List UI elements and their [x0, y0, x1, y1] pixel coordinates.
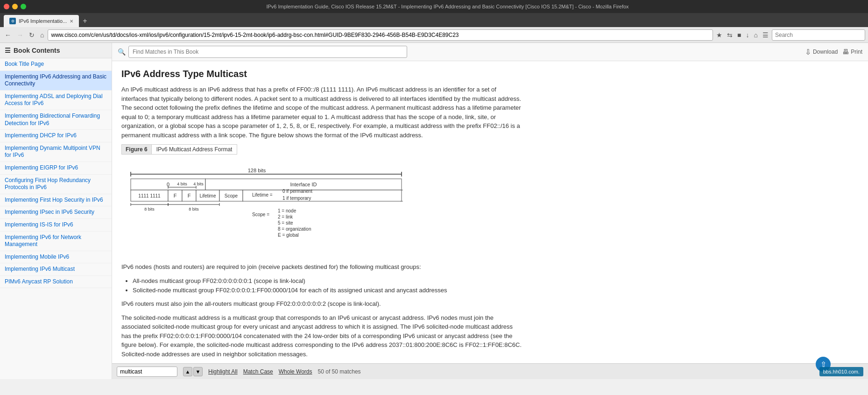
window-controls[interactable]: [4, 4, 26, 9]
article-paragraph-1: An IPv6 multicast address is an IPv6 add…: [121, 85, 523, 140]
home-nav-icon[interactable]: ⌂: [753, 30, 759, 40]
bullet-2: Solicited-node multicast group FF02:0:0:…: [133, 286, 523, 296]
svg-text:8 = organization: 8 = organization: [278, 226, 311, 232]
sidebar-item-pimv6[interactable]: PIMv6 Anycast RP Solution: [0, 276, 112, 289]
sidebar-item-dynamic-multipoint[interactable]: Implementing Dynamic Multipoint VPN for …: [0, 142, 112, 162]
diagram-svg: 128 bits 0 Interface ID 1111 1111: [126, 165, 406, 254]
sidebar-item-first-hop-security[interactable]: Implementing First Hop Security in IPv6: [0, 194, 112, 207]
forward-button[interactable]: →: [15, 30, 25, 40]
svg-text:Lifetime: Lifetime: [199, 193, 216, 198]
content-toolbar: 🔍 ⇩ Download 🖶 Print: [112, 43, 868, 61]
svg-text:1 if temporary: 1 if temporary: [282, 196, 311, 201]
findbar-next-button[interactable]: ▼: [193, 367, 203, 376]
svg-text:Scope: Scope: [225, 193, 238, 198]
sidebar-item-multicast[interactable]: Implementing IPv6 Multicast: [0, 263, 112, 276]
sidebar-header: ☰ Book Contents: [0, 43, 112, 58]
findbar: ▲ ▼ Highlight All Match Case Whole Words…: [112, 363, 868, 379]
download-icon: ⇩: [805, 48, 811, 56]
print-button[interactable]: 🖶 Print: [842, 48, 862, 56]
hamburger-icon: ☰: [5, 47, 11, 54]
reload-button[interactable]: ↻: [27, 30, 36, 40]
article-paragraph-4: The solicited-node multicast address is …: [121, 313, 523, 359]
url-input[interactable]: [48, 29, 713, 41]
svg-text:Lifetime =: Lifetime =: [252, 192, 273, 198]
titlebar: IPv6 Implementation Guide, Cisco IOS Rel…: [0, 0, 868, 13]
tab-close-button[interactable]: ✕: [70, 19, 73, 24]
addressbar: ← → ↻ ⌂ ★ ⇆ ■ ↓ ⌂ ☰: [0, 27, 868, 43]
svg-text:1111 1111: 1111 1111: [138, 193, 161, 198]
highlight-all-option[interactable]: Highlight All: [208, 368, 238, 375]
window-title: IPv6 Implementation Guide, Cisco IOS Rel…: [31, 4, 864, 9]
sidebar: ☰ Book Contents Book Title Page Implemen…: [0, 43, 112, 379]
findbar-count: 50 of 50 matches: [318, 368, 361, 375]
menu-icon[interactable]: ☰: [761, 30, 770, 40]
svg-text:Interface ID: Interface ID: [290, 182, 317, 187]
article: IPv6 Address Type Multicast An IPv6 mult…: [112, 61, 532, 363]
minimize-button[interactable]: [12, 4, 18, 9]
home-button[interactable]: ⌂: [38, 30, 46, 40]
tab-active[interactable]: ⚙ IPv6 Implementatio... ✕: [4, 15, 79, 27]
sidebar-item-ipv6-addressing[interactable]: Implementing IPv6 Addressing and Basic C…: [0, 71, 112, 91]
svg-text:E = global: E = global: [278, 233, 299, 238]
toolbar-actions: ⇩ Download 🖶 Print: [805, 48, 862, 56]
main-layout: ☰ Book Contents Book Title Page Implemen…: [0, 43, 868, 379]
sidebar-item-first-hop-redundancy[interactable]: Configuring First Hop Redundancy Protoco…: [0, 175, 112, 194]
match-case-option[interactable]: Match Case: [243, 368, 273, 375]
print-icon: 🖶: [842, 48, 849, 56]
ipv6-diagram: 128 bits 0 Interface ID 1111 1111: [126, 165, 523, 255]
right-panel: 🔍 ⇩ Download 🖶 Print IPv6 Address Type M…: [112, 43, 868, 379]
sidebar-item-adsl[interactable]: Implementing ADSL and Deploying Dial Acc…: [0, 91, 112, 110]
whole-words-option[interactable]: Whole Words: [279, 368, 312, 375]
findbar-prev-button[interactable]: ▲: [183, 367, 192, 376]
shield-icon[interactable]: ■: [736, 30, 742, 40]
figure-6-label: Figure 6: [122, 145, 152, 154]
search-book-input[interactable]: [128, 46, 407, 58]
svg-text:4 bits: 4 bits: [177, 182, 187, 186]
svg-text:8 bits: 8 bits: [144, 207, 155, 212]
findbar-input[interactable]: [117, 367, 177, 377]
svg-text:0 if permanent: 0 if permanent: [282, 189, 312, 194]
tabbar: ⚙ IPv6 Implementatio... ✕ +: [0, 13, 868, 27]
tab-label: IPv6 Implementatio...: [19, 18, 67, 24]
new-tab-button[interactable]: +: [79, 15, 91, 27]
search-book-area: 🔍: [118, 46, 407, 58]
svg-text:5 = site: 5 = site: [278, 220, 293, 226]
watermark: bbs.hh010.com.: [819, 367, 863, 376]
bullet-1: All-nodes multicast group FF02:0:0:0:0:0…: [133, 276, 523, 286]
close-button[interactable]: [4, 4, 9, 9]
svg-text:2 = link: 2 = link: [278, 214, 293, 219]
back-button[interactable]: ←: [3, 30, 13, 40]
sidebar-item-eigrp[interactable]: Implementing EIGRP for IPv6: [0, 162, 112, 175]
sidebar-item-mobile[interactable]: Implementing Mobile IPv6: [0, 251, 112, 264]
search-icon: 🔍: [118, 48, 126, 56]
findbar-nav: ▲ ▼: [183, 367, 203, 376]
sidebar-item-network-management[interactable]: Implementing IPv6 for Network Management: [0, 232, 112, 251]
sidebar-item-dhcp[interactable]: Implementing DHCP for IPv6: [0, 130, 112, 142]
browser-search-input[interactable]: [772, 29, 865, 41]
maximize-button[interactable]: [21, 4, 26, 9]
address-icons: ★ ⇆ ■ ↓ ⌂ ☰: [715, 30, 770, 40]
tab-favicon: ⚙: [9, 18, 16, 24]
download-nav-icon[interactable]: ↓: [745, 30, 751, 40]
content-area: IPv6 Address Type Multicast An IPv6 mult…: [112, 61, 868, 363]
figure-6-title: IPv6 Multicast Address Format: [152, 145, 237, 154]
sidebar-title: Book Contents: [14, 47, 60, 54]
sidebar-item-isis[interactable]: Implementing IS-IS for IPv6: [0, 219, 112, 232]
svg-text:1 = node: 1 = node: [278, 208, 296, 213]
svg-text:F: F: [174, 193, 177, 198]
svg-text:8 bits: 8 bits: [189, 207, 199, 212]
svg-text:128 bits: 128 bits: [248, 168, 266, 173]
sidebar-item-bfd[interactable]: Implementing Bidirectional Forwarding De…: [0, 110, 112, 130]
svg-text:F: F: [188, 193, 191, 198]
bookmark-icon[interactable]: ★: [715, 30, 724, 40]
sidebar-item-ipsec[interactable]: Implementing IPsec in IPv6 Security: [0, 206, 112, 219]
svg-text:4 bits: 4 bits: [193, 182, 204, 186]
article-paragraph-2: IPv6 nodes (hosts and routers) are requi…: [121, 262, 523, 272]
download-button[interactable]: ⇩ Download: [805, 48, 838, 56]
sidebar-item-book-title[interactable]: Book Title Page: [0, 58, 112, 71]
figure-6-box: Figure 6 IPv6 Multicast Address Format: [121, 144, 237, 155]
sync-icon[interactable]: ⇆: [726, 30, 734, 40]
svg-text:Scope =: Scope =: [252, 212, 269, 217]
article-title: IPv6 Address Type Multicast: [121, 69, 523, 79]
article-paragraph-3: IPv6 routers must also join the all-rout…: [121, 299, 523, 309]
